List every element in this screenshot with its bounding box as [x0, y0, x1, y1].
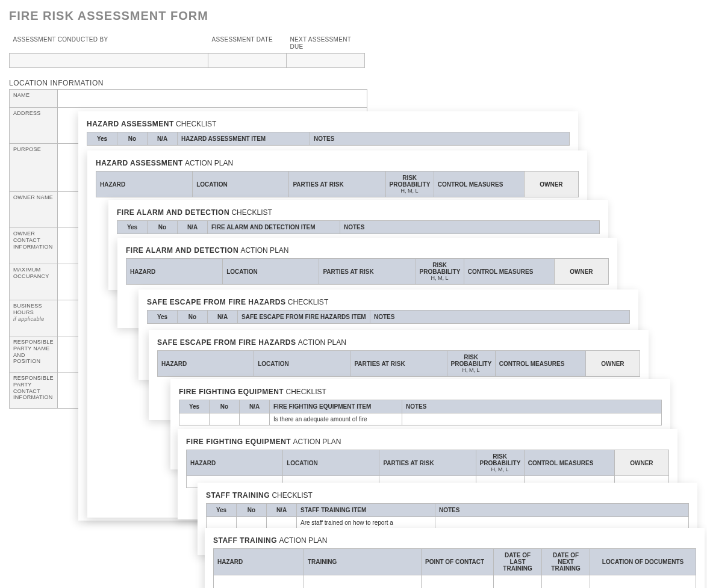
conducted-by-label: ASSESSMENT CONDUCTED BY	[10, 34, 208, 54]
alarm-checklist-title: FIRE ALARM AND DETECTION CHECKLIST	[117, 208, 600, 217]
loc-hours-label: BUSINESS HOURSif applicable	[10, 300, 58, 336]
loc-name-input[interactable]	[58, 90, 367, 108]
table-row: Are staff trained on how to report a	[207, 517, 689, 529]
loc-address-label: ADDRESS	[10, 108, 58, 144]
table-row	[214, 575, 696, 589]
hazard-checklist-table: Yes No N/A HAZARD ASSESSMENT ITEM NOTES	[87, 132, 570, 146]
escape-action-table: HAZARD LOCATION PARTIES AT RISK RISK PRO…	[157, 350, 640, 377]
loc-resp-name-label: RESPONSIBLE PARTY NAME AND POSITION	[10, 336, 58, 373]
staff-action-title: STAFF TRAINING ACTION PLAN	[213, 536, 696, 545]
conducted-by-input[interactable]	[10, 54, 208, 68]
hazard-action-title: HAZARD ASSESSMENT ACTION PLAN	[96, 159, 579, 167]
loc-owner-name-label: OWNER NAME	[10, 192, 58, 228]
assessment-meta-table: ASSESSMENT CONDUCTED BY ASSESSMENT DATE …	[9, 34, 365, 68]
loc-max-occ-label: MAXIMUM OCCUPANCY	[10, 264, 58, 300]
next-due-label: NEXT ASSESSMENT DUE	[287, 34, 365, 54]
location-heading: LOCATION INFORMATION	[9, 79, 707, 87]
staff-item-text: Are staff trained on how to report a	[297, 517, 435, 529]
escape-checklist-table: Yes No N/A SAFE ESCAPE FROM FIRE HAZARDS…	[147, 310, 630, 324]
loc-resp-contact-label: RESPONSIBLE PARTY CONTACT INFORMATION	[10, 373, 58, 409]
equip-action-title: FIRE FIGHTING EQUIPMENT ACTION PLAN	[186, 438, 669, 446]
loc-name-label: NAME	[10, 90, 58, 108]
escape-checklist-title: SAFE ESCAPE FROM FIRE HAZARDS CHECKLIST	[147, 298, 630, 306]
alarm-action-table: HAZARD LOCATION PARTIES AT RISK RISK PRO…	[126, 258, 609, 285]
staff-checklist-table: Yes No N/A STAFF TRAINING ITEM NOTES Are…	[206, 503, 689, 529]
assessment-date-label: ASSESSMENT DATE	[208, 34, 287, 54]
alarm-checklist-table: Yes No N/A FIRE ALARM AND DETECTION ITEM…	[117, 220, 600, 234]
next-due-input[interactable]	[287, 54, 365, 68]
staff-action-panel: STAFF TRAINING ACTION PLAN HAZARD TRAINI…	[205, 528, 705, 588]
alarm-action-title: FIRE ALARM AND DETECTION ACTION PLAN	[126, 246, 609, 255]
table-row: Is there an adequate amount of fire	[179, 413, 662, 426]
equip-item-text: Is there an adequate amount of fire	[270, 413, 402, 426]
staff-action-table: HAZARD TRAINING POINT OF CONTACT DATE OF…	[213, 548, 696, 588]
page-title: FIRE RISK ASSESSMENT FORM	[9, 9, 707, 23]
loc-purpose-label: PURPOSE	[10, 144, 58, 192]
loc-owner-contact-label: OWNER CONTACT INFORMATION	[10, 228, 58, 264]
escape-action-title: SAFE ESCAPE FROM FIRE HAZARDS ACTION PLA…	[157, 338, 640, 347]
hazard-action-table: HAZARD LOCATION PARTIES AT RISK RISK PRO…	[96, 171, 579, 197]
staff-checklist-title: STAFF TRAINING CHECKLIST	[206, 491, 689, 500]
assessment-date-input[interactable]	[208, 54, 287, 68]
equip-checklist-title: FIRE FIGHTING EQUIPMENT CHECKLIST	[179, 388, 662, 396]
equip-checklist-table: Yes No N/A FIRE FIGHTING EQUIPMENT ITEM …	[179, 400, 662, 426]
hazard-checklist-title: HAZARD ASSESSMENT CHECKLIST	[87, 120, 570, 128]
